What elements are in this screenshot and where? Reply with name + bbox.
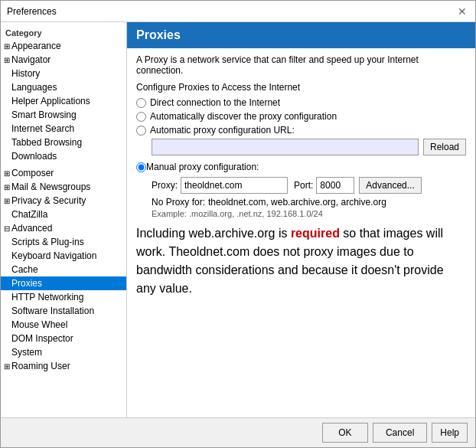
sidebar-item-software-installation[interactable]: Software Installation xyxy=(1,304,126,318)
radio-auto-url-label[interactable]: Automatic proxy configuration URL: xyxy=(150,125,295,136)
sidebar-item-mail-newsgroups[interactable]: ⊞ Mail & Newsgroups xyxy=(1,180,126,194)
sidebar-item-downloads[interactable]: Downloads xyxy=(1,149,126,163)
sidebar: Category ⊞ Appearance ⊞ Navigator Histor… xyxy=(1,22,127,417)
sidebar-item-chatzilla[interactable]: ChatZilla xyxy=(1,208,126,221)
no-proxy-label: No Proxy for: xyxy=(152,197,205,208)
expand-icon: ⊞ xyxy=(4,42,10,51)
proxy-label: Proxy: xyxy=(152,180,178,191)
sidebar-item-keyboard-navigation[interactable]: Keyboard Navigation xyxy=(1,249,126,263)
radio-auto-discover-row: Automatically discover the proxy configu… xyxy=(136,111,466,122)
window-title: Preferences xyxy=(7,6,57,17)
panel-description: A Proxy is a network service that can fi… xyxy=(136,54,466,76)
no-proxy-row: No Proxy for: theoldnet.com, web.archive… xyxy=(152,197,466,208)
preferences-window: Preferences ✕ Category ⊞ Appearance ⊞ Na… xyxy=(0,0,476,448)
sidebar-item-label: Privacy & Security xyxy=(11,195,86,206)
sidebar-item-label: Roaming User xyxy=(11,361,70,371)
sidebar-item-cache[interactable]: Cache xyxy=(1,263,126,276)
sidebar-item-label: Composer xyxy=(11,168,54,178)
sidebar-item-advanced[interactable]: ⊟ Advanced xyxy=(1,221,126,235)
radio-auto-url-row: Automatic proxy configuration URL: xyxy=(136,125,466,136)
main-content: Category ⊞ Appearance ⊞ Navigator Histor… xyxy=(1,22,475,417)
no-proxy-value: theoldnet.com, web.archive.org, archive.… xyxy=(208,197,386,208)
close-button[interactable]: ✕ xyxy=(455,5,469,18)
sidebar-item-dom-inspector[interactable]: DOM Inspector xyxy=(1,332,126,345)
expand-icon: ⊞ xyxy=(4,183,10,191)
sidebar-item-navigator[interactable]: ⊞ Navigator xyxy=(1,53,126,67)
info-required: required xyxy=(291,227,340,240)
sidebar-item-roaming-user[interactable]: ⊞ Roaming User xyxy=(1,359,126,373)
sidebar-item-label: Navigator xyxy=(11,54,51,65)
expand-icon: ⊞ xyxy=(4,197,10,205)
sidebar-item-tabbed-browsing[interactable]: Tabbed Browsing xyxy=(1,136,126,149)
expand-icon: ⊞ xyxy=(4,56,10,64)
radio-manual[interactable] xyxy=(136,162,146,172)
sidebar-item-scripts-plugins[interactable]: Scripts & Plug-ins xyxy=(1,235,126,249)
radio-auto-url[interactable] xyxy=(136,126,146,136)
info-text-before: Including web.archive.org is xyxy=(136,227,291,240)
sidebar-item-label: Mail & Newsgroups xyxy=(11,181,90,192)
proxy-input[interactable] xyxy=(181,177,288,194)
title-bar: Preferences ✕ xyxy=(1,1,475,22)
port-label: Port: xyxy=(294,180,313,191)
footer-bar: OK Cancel Help xyxy=(1,417,475,447)
sidebar-item-internet-search[interactable]: Internet Search xyxy=(1,122,126,136)
sidebar-item-label: Advanced xyxy=(11,223,52,234)
sidebar-item-mouse-wheel[interactable]: Mouse Wheel xyxy=(1,318,126,332)
expand-icon: ⊞ xyxy=(4,362,10,371)
sidebar-item-appearance[interactable]: ⊞ Appearance xyxy=(1,39,126,53)
auto-url-input[interactable] xyxy=(152,139,419,155)
sidebar-item-history[interactable]: History xyxy=(1,67,126,80)
reload-button[interactable]: Reload xyxy=(423,139,466,155)
sidebar-item-languages[interactable]: Languages xyxy=(1,80,126,94)
sidebar-item-privacy-security[interactable]: ⊞ Privacy & Security xyxy=(1,194,126,208)
radio-manual-row: Manual proxy configuration: xyxy=(136,162,466,172)
help-button[interactable]: Help xyxy=(432,423,468,443)
sidebar-item-smart-browsing[interactable]: Smart Browsing xyxy=(1,108,126,122)
sidebar-item-helper-applications[interactable]: Helper Applications xyxy=(1,94,126,108)
expand-icon: ⊞ xyxy=(4,169,10,178)
advanced-button[interactable]: Advanced... xyxy=(359,177,421,194)
ok-button[interactable]: OK xyxy=(322,423,368,443)
radio-auto-discover[interactable] xyxy=(136,112,146,122)
sidebar-item-proxies[interactable]: Proxies xyxy=(1,276,126,290)
panel-header: Proxies xyxy=(127,22,475,48)
radio-auto-discover-label[interactable]: Automatically discover the proxy configu… xyxy=(150,111,337,122)
radio-manual-label[interactable]: Manual proxy configuration: xyxy=(146,162,259,172)
configure-label: Configure Proxies to Access the Internet xyxy=(136,82,466,93)
radio-direct[interactable] xyxy=(136,98,146,108)
right-panel: Proxies A Proxy is a network service tha… xyxy=(127,22,475,417)
auto-url-row: Reload xyxy=(152,139,466,155)
cancel-button[interactable]: Cancel xyxy=(373,423,427,443)
example-text: Example: .mozilla.org, .net.nz, 192.168.… xyxy=(152,209,466,218)
category-label: Category xyxy=(1,27,126,39)
panel-body: A Proxy is a network service that can fi… xyxy=(127,48,475,417)
proxy-settings-row: Proxy: Port: Advanced... xyxy=(152,177,466,194)
sidebar-item-composer[interactable]: ⊞ Composer xyxy=(1,166,126,180)
radio-direct-label[interactable]: Direct connection to the Internet xyxy=(150,97,280,108)
panel-title: Proxies xyxy=(136,28,181,41)
sidebar-item-system[interactable]: System xyxy=(1,345,126,359)
sidebar-item-label: Appearance xyxy=(11,41,61,51)
collapse-icon: ⊟ xyxy=(4,224,10,233)
info-box: Including web.archive.org is required so… xyxy=(136,224,466,298)
radio-direct-row: Direct connection to the Internet xyxy=(136,97,466,108)
sidebar-item-http-networking[interactable]: HTTP Networking xyxy=(1,290,126,304)
port-input[interactable] xyxy=(316,177,354,194)
